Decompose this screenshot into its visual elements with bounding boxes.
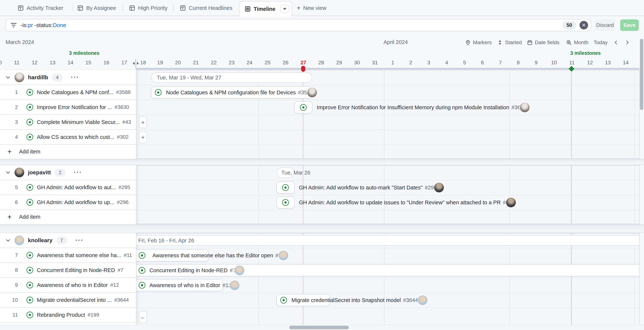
add-date-bar-button[interactable]: +: [139, 116, 147, 128]
scroll-right-button[interactable]: [624, 39, 630, 47]
tab-separator: [173, 5, 174, 11]
issue-row[interactable]: 2 Improve Error Notification for ... #36…: [0, 100, 136, 115]
date-tick: 26: [282, 60, 288, 66]
table-icon: [129, 5, 135, 11]
timeline-bar[interactable]: Concurrent Editing in Node-RED #7: [136, 264, 640, 276]
tab-current-headlines[interactable]: Current Headlines: [180, 0, 232, 16]
discard-label: Discard: [596, 22, 614, 28]
open-issue-icon: [155, 89, 162, 96]
plus-icon: +: [8, 148, 12, 155]
tab-label: High Priority: [138, 5, 168, 11]
tab-options-button[interactable]: [280, 5, 290, 13]
open-issue-icon: [280, 297, 287, 303]
group-count-badge: 4: [52, 74, 62, 82]
save-button[interactable]: Save: [620, 20, 639, 31]
timeline-bar[interactable]: [294, 101, 312, 113]
group-header[interactable]: hardillb 4 ···: [0, 70, 136, 85]
tab-timeline-active[interactable]: Timeline: [239, 1, 292, 17]
group-menu-button[interactable]: ···: [75, 236, 84, 244]
row-number: 6: [0, 199, 18, 205]
group-date-range-pill[interactable]: Tue, Mar 26: [276, 167, 294, 178]
issue-row[interactable]: 1 Node Catalogues & NPM conf... #3588: [0, 85, 136, 100]
markers-label: Markers: [473, 40, 492, 46]
group-card-knolleary: knolleary 7 ··· 7 Awareness that someone…: [0, 233, 136, 325]
timeline-bar[interactable]: Migrate credentialSecret into Snapshot m…: [276, 294, 330, 306]
issue-title: Allow CS access to which cust...: [37, 134, 114, 140]
issue-row[interactable]: 3 Complete Minimum Viable Secur... #43: [0, 115, 136, 130]
scroll-left-button[interactable]: [614, 39, 619, 47]
date-tick: 30: [354, 60, 360, 66]
row-number: 4: [0, 134, 18, 140]
panel-resize-handle[interactable]: [131, 59, 140, 68]
open-issue-icon: [26, 267, 33, 273]
clear-filter-button[interactable]: ✕: [580, 21, 588, 30]
resize-divider-icon: [136, 59, 136, 68]
timeline-bar[interactable]: Awareness of who is in Editor #12: [136, 279, 223, 291]
tab-activity-tracker[interactable]: Activity Tracker: [18, 0, 63, 16]
row-number: 11: [0, 312, 18, 318]
tab-by-assignee[interactable]: By Assignee: [77, 0, 116, 16]
vertical-scrollbar-thumb[interactable]: [640, 39, 643, 110]
plus-icon: +: [297, 5, 300, 11]
group-gap: [0, 224, 644, 233]
bar-outside-label: Improve Error Notification for Insuffici…: [317, 101, 526, 113]
row-number: 8: [0, 267, 18, 273]
open-issue-icon: [300, 104, 307, 111]
milestones-label-april[interactable]: 3 milestones: [570, 50, 601, 56]
tab-high-priority[interactable]: High Priority: [129, 0, 168, 16]
today-marker-dot: [301, 66, 305, 72]
timeline-bar[interactable]: Node Catalogues & NPM configuration file…: [151, 87, 312, 98]
issue-number: #11: [124, 252, 132, 258]
tab-label: Current Headlines: [189, 5, 232, 11]
group-menu-button[interactable]: ···: [71, 74, 79, 81]
group-header[interactable]: knolleary 7 ···: [0, 233, 136, 248]
issue-number: #3630: [114, 104, 129, 110]
open-issue-icon: [139, 282, 145, 289]
today-button[interactable]: Today: [594, 39, 608, 47]
bar-label: Migrate credentialSecret into Snapshot m…: [292, 297, 418, 303]
issue-row[interactable]: 9 Awareness of who is in Editor #12: [0, 278, 136, 293]
marker-track: [136, 68, 639, 70]
date-fields-button[interactable]: Date fields: [527, 39, 560, 47]
scroll-to-bar-button[interactable]: ←: [139, 311, 147, 323]
issue-row[interactable]: 4 Allow CS access to which cust... #302: [0, 130, 136, 145]
sort-started-button[interactable]: Started: [497, 39, 522, 47]
horizontal-scrollbar-thumb[interactable]: [289, 326, 349, 329]
group-gap: [0, 159, 644, 165]
issue-row[interactable]: 5 GH Admin: Add workflow to aut... #295: [0, 180, 136, 195]
issue-row[interactable]: 10 Migrate credentialSecret into ... #36…: [0, 293, 136, 308]
issue-row[interactable]: 6 GH Admin: Add workflow to up... #296: [0, 195, 136, 210]
group-date-range-pill[interactable]: Tue, Mar 19 - Wed, Mar 27: [151, 72, 312, 83]
bar-label: Node Catalogues & NPM configuration file…: [166, 90, 313, 96]
group-header[interactable]: joepavitt 2 ···: [0, 165, 136, 180]
markers-button[interactable]: Markers: [465, 39, 492, 47]
zoom-level-button[interactable]: Month: [566, 39, 588, 47]
date-tick: 13: [50, 60, 55, 66]
issue-number: #7: [118, 267, 123, 273]
new-view-button[interactable]: + New view: [297, 0, 326, 16]
timeline-bar[interactable]: [276, 196, 294, 208]
add-item-button[interactable]: + Add item: [0, 210, 136, 224]
timeline-bar[interactable]: [276, 182, 294, 194]
issue-row[interactable]: 11 Rebranding Product #199: [0, 308, 136, 322]
group-menu-button[interactable]: ···: [74, 169, 82, 176]
avatar-hardillb: [307, 88, 317, 97]
add-item-button[interactable]: + Add item: [0, 145, 136, 158]
filter-input[interactable]: -is: pr -status: Done 50 ✕: [6, 19, 591, 31]
row-divider: [136, 115, 639, 115]
open-issue-icon: [139, 267, 145, 274]
add-date-bar-button[interactable]: +: [139, 131, 147, 143]
avatar-knolleary: [234, 265, 244, 275]
row-divider: [136, 145, 639, 145]
date-tick: 4: [445, 60, 448, 66]
issue-row[interactable]: 7 Awareness that someone else ha... #11: [0, 248, 136, 263]
group-date-range-pill[interactable]: Fri, Feb 16 - Fri, Apr 26: [136, 235, 640, 246]
date-tick: 9: [534, 60, 538, 66]
date-tick: 2: [409, 60, 412, 66]
milestones-label-march[interactable]: 3 milestones: [69, 50, 100, 56]
issue-row[interactable]: 8 Concurrent Editing in Node-RED #7: [0, 263, 136, 278]
month-label-march: March 2024: [6, 39, 34, 45]
discard-button[interactable]: Discard: [595, 20, 615, 31]
avatar-knolleary: [418, 295, 428, 305]
plus-icon: +: [141, 134, 145, 141]
